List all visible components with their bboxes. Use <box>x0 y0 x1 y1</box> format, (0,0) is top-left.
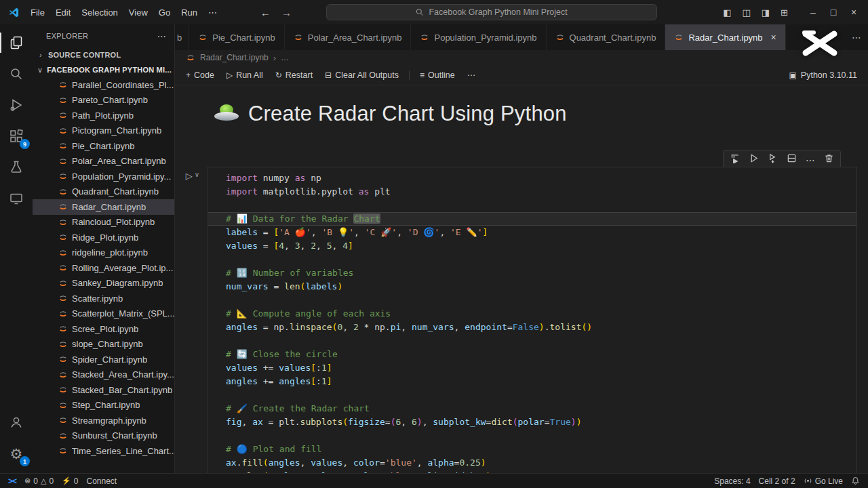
file-Quadrant_Chart.ipynb[interactable]: Quadrant_Chart.ipynb <box>33 184 174 200</box>
file-Path_Plot.ipynb[interactable]: Path_Plot.ipynb <box>33 108 174 123</box>
problems-indicator[interactable]: ⊗ 0 △ 0 <box>20 474 58 488</box>
code-line[interactable] <box>208 429 856 443</box>
code-line[interactable] <box>208 334 856 348</box>
run-debug-icon[interactable] <box>0 89 33 121</box>
menu-edit[interactable]: Edit <box>50 5 76 20</box>
code-line[interactable]: import numpy as np <box>208 171 856 185</box>
file-Pictogram_Chart.ipynb[interactable]: Pictogram_Chart.ipynb <box>33 123 174 139</box>
code-line[interactable]: # 📐 Compute angle of each axis <box>208 307 856 321</box>
code-line[interactable]: # 🔢 Number of variables <box>208 266 856 280</box>
spaces-indicator[interactable]: Spaces: 4 <box>710 474 754 488</box>
file-Pie_Chart.ipynb[interactable]: Pie_Chart.ipynb <box>33 138 174 154</box>
file-Sankey_Diagram.ipynb[interactable]: Sankey_Diagram.ipynb <box>33 276 174 291</box>
file-Spider_Chart.ipynb[interactable]: Spider_Chart.ipynb <box>33 352 174 367</box>
file-Pareto_Chart.ipynb[interactable]: Pareto_Chart.ipynb <box>33 93 174 108</box>
delete-cell-icon[interactable] <box>824 153 834 166</box>
ports-indicator[interactable]: ⚡ 0 <box>58 474 82 488</box>
code-line[interactable]: # 🔄 Close the circle <box>208 348 856 361</box>
file-Sunburst_Chart.ipynb[interactable]: Sunburst_Chart.ipynb <box>33 428 174 444</box>
tab-Pie_Chart.ipynb[interactable]: Pie_Chart.ipynb <box>189 24 285 50</box>
code-line[interactable]: num_vars = len(labels) <box>208 280 856 293</box>
code-line[interactable] <box>208 293 856 307</box>
file-Scatterplot_Matrix_(SPL...[interactable]: Scatterplot_Matrix_(SPL... <box>33 306 174 322</box>
file-ridgeline_plot.ipynb[interactable]: ridgeline_plot.ipynb <box>33 245 174 261</box>
code-line[interactable]: values += values[:1] <box>208 361 856 375</box>
file-Raincloud_Plot.ipynb[interactable]: Raincloud_Plot.ipynb <box>33 215 174 230</box>
section-folder[interactable]: ∨ FACEBOOK GRAPH PYTHON MI... <box>33 62 174 77</box>
code-line[interactable]: angles = np.linspace(0, 2 * np.pi, num_v… <box>208 321 856 334</box>
tab-Radar_Chart.ipynb[interactable]: Radar_Chart.ipynb× <box>665 24 785 50</box>
execute-cell-icon[interactable] <box>749 153 759 166</box>
menu-file[interactable]: File <box>25 5 50 20</box>
restart-kernel-button[interactable]: ↻ Restart <box>270 68 318 82</box>
clear-all-outputs-button[interactable]: ⊟ Clear All Outputs <box>319 68 404 82</box>
breadcrumb-more[interactable]: … <box>281 53 289 62</box>
file-slope_Chart.ipynb[interactable]: slope_Chart.ipynb <box>33 337 174 352</box>
execute-above-icon[interactable] <box>730 153 740 166</box>
file-Scree_Plot.ipynb[interactable]: Scree_Plot.ipynb <box>33 321 174 337</box>
go-live-button[interactable]: Go Live <box>800 474 847 488</box>
execute-below-icon[interactable] <box>768 153 778 166</box>
file-Step_Chart.ipynb[interactable]: Step_Chart.ipynb <box>33 398 174 413</box>
file-Time_Series_Line_Chart...[interactable]: Time_Series_Line_Chart... <box>33 443 174 459</box>
run-all-button[interactable]: ▷ Run All <box>221 68 269 82</box>
file-Parallel_Coordinates_Pl...[interactable]: Parallel_Coordinates_Pl... <box>33 77 174 93</box>
code-line[interactable] <box>208 388 856 402</box>
file-Scatter.ipynb[interactable]: Scatter.ipynb <box>33 291 174 306</box>
toolbar-more-icon[interactable]: ⋯ <box>462 68 481 82</box>
close-button[interactable]: × <box>844 4 864 20</box>
cell-collapse-icon[interactable]: ∨ <box>195 171 199 178</box>
code-line[interactable]: values = [4, 3, 2, 5, 4] <box>208 239 856 253</box>
code-line[interactable]: labels = ['A 🍎', 'B 💡', 'C 🚀', 'D 🌀', 'E… <box>208 226 856 239</box>
outline-button[interactable]: ≡ Outline <box>414 68 460 82</box>
code-line[interactable]: ax.fill(angles, values, color='blue', al… <box>208 456 856 470</box>
menu-run[interactable]: Run <box>176 5 203 20</box>
tab-Population_Pyramid.ipynb[interactable]: Population_Pyramid.ipynb <box>411 24 546 50</box>
customize-layout-icon[interactable]: ⊞ <box>775 7 793 18</box>
file-Polar_Area_Chart.ipynb[interactable]: Polar_Area_Chart.ipynb <box>33 154 174 169</box>
menu-[interactable]: ⋯ <box>203 5 222 20</box>
file-Radar_Chart.ipynb[interactable]: Radar_Chart.ipynb <box>33 199 174 215</box>
code-line[interactable]: # 🖌️ Create the Radar chart <box>208 402 856 415</box>
settings-gear-icon[interactable]: ⚙ 1 <box>0 438 33 469</box>
forward-arrow-icon[interactable]: → <box>281 7 292 18</box>
code-line[interactable] <box>208 253 856 266</box>
tab-bar-more-icon[interactable]: ⋯ <box>845 24 868 50</box>
connect-button[interactable]: Connect <box>83 474 121 488</box>
cell-more-actions-icon[interactable]: ⋯ <box>806 157 815 163</box>
code-line[interactable]: angles += angles[:1] <box>208 375 856 388</box>
back-arrow-icon[interactable]: ← <box>260 7 271 18</box>
account-icon[interactable] <box>0 407 33 438</box>
testing-icon[interactable] <box>0 152 33 183</box>
run-cell-icon[interactable]: ▷ <box>186 171 193 181</box>
extensions-icon[interactable]: 9 <box>0 121 33 152</box>
command-center-search[interactable]: Facebook Graph Python Mini Project <box>326 4 657 20</box>
toggle-secondary-sidebar-icon[interactable]: ◨ <box>756 7 775 18</box>
minimize-button[interactable]: – <box>803 4 823 20</box>
section-source-control[interactable]: › SOURCE CONTROL <box>33 47 174 62</box>
menu-selection[interactable]: Selection <box>76 5 123 20</box>
tab-Quadrant_Chart.ipynb[interactable]: Quadrant_Chart.ipynb <box>547 24 666 50</box>
remote-explorer-icon[interactable] <box>0 183 33 214</box>
kernel-picker[interactable]: ▣ Python 3.10.11 <box>789 70 863 80</box>
code-line[interactable]: import matplotlib.pyplot as plt <box>208 185 856 199</box>
menu-view[interactable]: View <box>123 5 153 20</box>
add-code-cell-button[interactable]: + Code <box>180 68 220 82</box>
markdown-cell[interactable]: Create Radar Chart Using Python <box>214 102 567 126</box>
split-cell-icon[interactable] <box>787 153 797 166</box>
notifications-bell-icon[interactable] <box>847 474 864 488</box>
file-Rolling_Average_Plot.ip...[interactable]: Rolling_Average_Plot.ip... <box>33 260 174 276</box>
sidebar-more-actions-icon[interactable]: ⋯ <box>157 31 166 41</box>
file-Stacked_Bar_Chart.ipynb[interactable]: Stacked_Bar_Chart.ipynb <box>33 382 174 398</box>
code-line[interactable] <box>208 199 856 212</box>
close-tab-icon[interactable]: × <box>771 32 776 43</box>
code-line[interactable]: # 📊 Data for the Radar Chart <box>208 212 856 226</box>
tab-partial[interactable]: b <box>175 24 189 50</box>
code-line[interactable]: # 🔵 Plot and fill <box>208 443 856 456</box>
code-cell[interactable]: ▷ ∨ import numpy as npimport matplotlib.… <box>178 167 857 473</box>
explorer-icon[interactable] <box>0 27 33 58</box>
file-Streamgraph.ipynb[interactable]: Streamgraph.ipynb <box>33 413 174 428</box>
cell-indicator[interactable]: Cell 2 of 2 <box>755 474 800 488</box>
code-line[interactable]: fig, ax = plt.subplots(figsize=(6, 6), s… <box>208 415 856 429</box>
search-view-icon[interactable] <box>0 58 33 89</box>
